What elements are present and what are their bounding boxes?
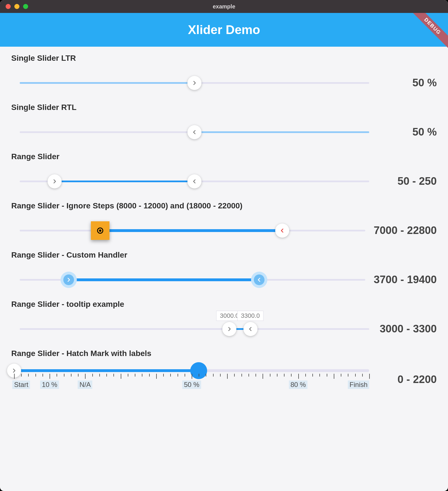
slider-handle-single-ltr[interactable] xyxy=(187,76,201,90)
window-title: example xyxy=(0,3,448,10)
app-title: Xlider Demo xyxy=(188,23,260,37)
slider-handle-custom-low[interactable] xyxy=(61,272,77,288)
slider-handle-custom-high[interactable] xyxy=(251,272,267,288)
section-label: Range Slider - Ignore Steps (8000 - 1200… xyxy=(11,201,437,210)
chevron-left-icon xyxy=(279,228,285,233)
slider-value-tooltip: 3000 - 3300 xyxy=(378,323,437,335)
app-bar: Xlider Demo DEBUG xyxy=(0,13,448,47)
chevron-left-icon xyxy=(192,179,197,184)
slider-handle-tooltip-high[interactable] xyxy=(243,322,257,336)
slider-value-range: 50 - 250 xyxy=(378,175,437,187)
slider-fill xyxy=(69,278,259,281)
section-hatch: Range Slider - Hatch Mark with labels St… xyxy=(11,349,437,389)
slider-track-single-ltr[interactable] xyxy=(20,82,369,84)
slider-handle-range-high[interactable] xyxy=(187,174,201,188)
app-window: example Xlider Demo DEBUG Single Slider … xyxy=(0,0,448,491)
section-ignore-steps: Range Slider - Ignore Steps (8000 - 1200… xyxy=(11,201,437,237)
slider-handle-ignore-high[interactable] xyxy=(275,224,289,238)
chevron-left-icon xyxy=(192,129,197,135)
slider-value-single-ltr: 50 % xyxy=(378,77,437,89)
section-label: Range Slider xyxy=(11,152,437,161)
slider-fill xyxy=(100,229,282,232)
slider-track-hatch[interactable] xyxy=(14,369,369,372)
section-label: Range Slider - Custom Handler xyxy=(11,251,437,260)
section-single-ltr: Single Slider LTR 50 % xyxy=(11,54,437,89)
slider-fill xyxy=(20,82,194,84)
hatch-label-10: 10 % xyxy=(40,380,59,389)
chevron-left-icon xyxy=(256,277,262,283)
slider-handle-tooltip-low[interactable] xyxy=(222,322,236,336)
slider-value-single-rtl: 50 % xyxy=(378,126,437,138)
hatch-label-80: 80 % xyxy=(289,380,308,389)
section-single-rtl: Single Slider RTL 50 % xyxy=(11,103,437,138)
slider-track-ignore[interactable] xyxy=(20,230,365,231)
chevron-right-icon xyxy=(192,80,197,86)
hatch-labels: Start 10 % N/A 50 % 80 % Finish xyxy=(14,380,369,389)
section-custom-handler: Range Slider - Custom Handler 3700 - 194… xyxy=(11,251,437,286)
section-label: Range Slider - Hatch Mark with labels xyxy=(11,349,437,358)
hatch-label-finish: Finish xyxy=(348,380,369,389)
slider-tooltip-high: 3300.0 xyxy=(237,311,263,321)
hatch-label-start: Start xyxy=(12,380,30,389)
chevron-right-icon xyxy=(66,277,71,283)
chevron-right-icon xyxy=(52,179,57,184)
slider-track-range[interactable] xyxy=(20,181,369,182)
chevron-left-icon xyxy=(248,326,253,332)
minimize-window-button[interactable] xyxy=(14,4,19,9)
debug-ribbon: DEBUG xyxy=(409,13,448,52)
section-range: Range Slider 50 - 250 xyxy=(11,152,437,187)
slider-value-ignore: 7000 - 22800 xyxy=(374,224,437,237)
slider-track-tooltip[interactable]: 3000.0 3300.0 xyxy=(20,328,369,330)
chevron-right-icon xyxy=(227,326,232,332)
hatch-label-na: N/A xyxy=(78,380,92,389)
target-icon xyxy=(97,228,103,234)
slider-handle-range-low[interactable] xyxy=(48,174,62,188)
content: Single Slider LTR 50 % Single Slider RTL xyxy=(0,47,448,398)
slider-fill xyxy=(194,131,369,133)
chevron-right-icon xyxy=(11,368,17,373)
slider-value-hatch: 0 - 2200 xyxy=(378,373,437,386)
slider-track-custom[interactable] xyxy=(20,279,365,281)
close-window-button[interactable] xyxy=(6,4,11,9)
slider-fill xyxy=(55,181,194,182)
section-tooltip: Range Slider - tooltip example 3000.0 33… xyxy=(11,300,437,335)
slider-handle-single-rtl[interactable] xyxy=(187,125,201,139)
slider-value-custom: 3700 - 19400 xyxy=(374,274,437,286)
window-controls xyxy=(0,4,28,9)
slider-fill xyxy=(14,369,199,372)
section-label: Single Slider RTL xyxy=(11,103,437,112)
maximize-window-button[interactable] xyxy=(23,4,28,9)
section-label: Single Slider LTR xyxy=(11,54,437,63)
titlebar: example xyxy=(0,0,448,13)
hatch-marks xyxy=(14,374,369,379)
slider-handle-ignore-low[interactable] xyxy=(91,221,109,240)
section-label: Range Slider - tooltip example xyxy=(11,300,437,309)
hatch-label-50: 50 % xyxy=(182,380,201,389)
slider-track-single-rtl[interactable] xyxy=(20,131,369,133)
debug-ribbon-label: DEBUG xyxy=(409,13,448,51)
